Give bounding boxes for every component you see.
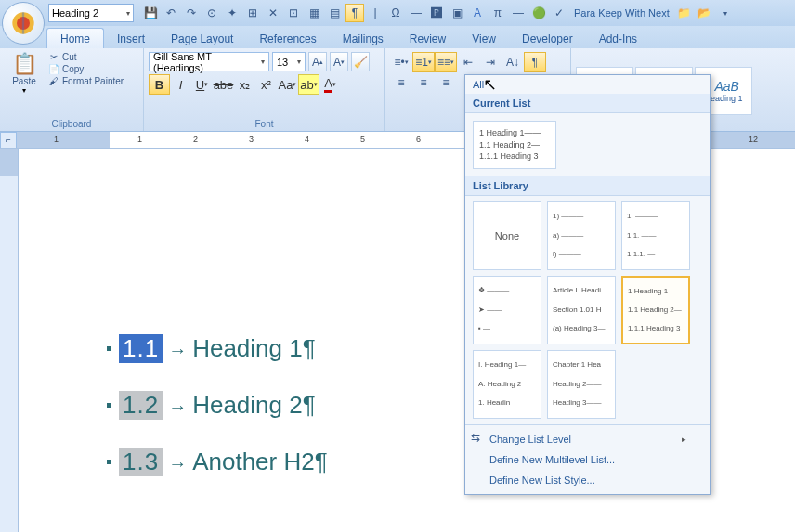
- qat-icon[interactable]: ⊙: [202, 4, 221, 22]
- list-library-item[interactable]: I. Heading 1—A. Heading 21. Headin: [473, 350, 541, 419]
- heading-text[interactable]: Heading 2: [192, 391, 303, 420]
- heading-number: 1.2: [119, 391, 163, 420]
- ribbon-tabs: Home Insert Page Layout References Maili…: [0, 26, 795, 48]
- multilevel-list-button[interactable]: ≡≡▾: [435, 52, 457, 72]
- para-keep-label[interactable]: Para Keep With Next: [574, 7, 670, 19]
- save-icon[interactable]: 💾: [141, 4, 160, 22]
- numbering-button[interactable]: ≡1▾: [412, 52, 435, 72]
- qat-icon[interactable]: ✓: [550, 4, 568, 22]
- tab-review[interactable]: Review: [397, 29, 459, 48]
- align-left-button[interactable]: ≡: [390, 72, 412, 93]
- redo-icon[interactable]: ↷: [182, 4, 201, 22]
- underline-button[interactable]: U▾: [191, 74, 213, 95]
- multilevel-list-dropdown: All Current List 1 Heading 1—— 1.1 Headi…: [464, 74, 711, 495]
- format-painter-button[interactable]: 🖌Format Painter: [47, 76, 124, 86]
- pilcrow-icon[interactable]: ¶: [345, 4, 364, 22]
- office-button[interactable]: [2, 2, 45, 45]
- qat-icon[interactable]: 📁: [675, 4, 694, 22]
- pilcrow-icon: ¶: [315, 448, 328, 476]
- qat-icon[interactable]: 🅿: [427, 4, 446, 22]
- current-list-preview[interactable]: 1 Heading 1—— 1.1 Heading 2— 1.1.1 Headi…: [473, 121, 556, 169]
- subscript-button[interactable]: x₂: [234, 74, 255, 95]
- copy-button[interactable]: 📄Copy: [47, 64, 124, 74]
- cut-button[interactable]: ✂Cut: [47, 52, 124, 62]
- tab-home[interactable]: Home: [46, 28, 104, 48]
- change-level-icon: ⇆: [471, 431, 480, 444]
- bullet-icon: [107, 403, 111, 408]
- qat-more-icon[interactable]: ▾: [716, 4, 735, 22]
- define-multilevel-link[interactable]: Define New Multilevel List...: [465, 449, 710, 470]
- vertical-ruler[interactable]: [0, 149, 19, 532]
- strike-button[interactable]: abe: [213, 74, 234, 95]
- list-library-item[interactable]: 1) ———a) ———i) ———: [547, 201, 616, 270]
- change-list-level-link[interactable]: Change List Level▸: [465, 429, 710, 449]
- pilcrow-icon: ¶: [303, 391, 316, 420]
- undo-icon[interactable]: ↶: [162, 4, 180, 22]
- tab-arrow-icon: →: [168, 396, 187, 418]
- decrease-indent-button[interactable]: ⇤: [457, 52, 479, 72]
- qat-icon[interactable]: A: [468, 4, 487, 22]
- align-right-button[interactable]: ≡: [435, 72, 457, 93]
- folder-icon[interactable]: 📂: [696, 4, 714, 22]
- tab-selector[interactable]: ⌐: [0, 132, 17, 149]
- superscript-button[interactable]: x²: [255, 74, 277, 95]
- list-library-item[interactable]: None: [473, 201, 541, 270]
- highlight-button[interactable]: ab▾: [298, 74, 319, 95]
- qat-icon[interactable]: —: [407, 4, 425, 22]
- style-combo[interactable]: Heading 2▾: [48, 4, 134, 22]
- tab-arrow-icon: →: [168, 340, 187, 361]
- qat-icon[interactable]: ▤: [325, 4, 344, 22]
- italic-button[interactable]: I: [170, 74, 191, 95]
- qat-icon[interactable]: ▣: [448, 4, 466, 22]
- tab-view[interactable]: View: [459, 29, 509, 48]
- font-size-combo[interactable]: 13▾: [272, 52, 306, 71]
- tab-page-layout[interactable]: Page Layout: [158, 29, 246, 48]
- align-center-button[interactable]: ≡: [412, 72, 435, 93]
- list-library-item[interactable]: Chapter 1 HeaHeading 2——Heading 3——: [547, 350, 616, 419]
- list-library-item[interactable]: Article I. HeadiSection 1.01 H(a) Headin…: [547, 276, 616, 344]
- tab-insert[interactable]: Insert: [104, 29, 158, 48]
- bullets-button[interactable]: ≡•▾: [390, 52, 412, 72]
- font-name-combo[interactable]: Gill Sans MT (Headings)▾: [149, 52, 269, 71]
- tab-developer[interactable]: Developer: [509, 29, 586, 48]
- change-case-button[interactable]: Aa▾: [277, 74, 298, 95]
- svg-rect-2: [22, 12, 24, 33]
- tab-mailings[interactable]: Mailings: [330, 29, 397, 48]
- heading-text[interactable]: Another H2: [192, 448, 315, 476]
- bold-button[interactable]: B: [149, 74, 170, 95]
- font-color-button[interactable]: A▾: [319, 74, 341, 95]
- tab-references[interactable]: References: [246, 29, 329, 48]
- qat-icon[interactable]: 🟢: [529, 4, 548, 22]
- qat-icon[interactable]: ▦: [305, 4, 323, 22]
- list-library-item-selected[interactable]: 1 Heading 1——1.1 Heading 2—1.1.1 Heading…: [621, 276, 690, 344]
- tab-addins[interactable]: Add-Ins: [586, 29, 650, 48]
- omega-icon[interactable]: Ω: [386, 4, 405, 22]
- grow-font-icon[interactable]: A▴: [308, 52, 327, 71]
- pilcrow-icon: ¶: [303, 334, 316, 363]
- qat-icon[interactable]: ⊞: [243, 4, 262, 22]
- group-label: Clipboard: [0, 119, 143, 129]
- shrink-font-icon[interactable]: A▾: [330, 52, 348, 71]
- qat-icon[interactable]: ⊡: [284, 4, 303, 22]
- group-label: Font: [144, 119, 384, 129]
- qat-icon[interactable]: π: [489, 4, 507, 22]
- bullet-icon: [107, 346, 111, 351]
- qat-icon[interactable]: ✕: [264, 4, 282, 22]
- dd-all-link[interactable]: All: [465, 75, 710, 94]
- show-marks-button[interactable]: ¶: [524, 52, 546, 72]
- qat-sep: |: [366, 4, 384, 22]
- qat-icon[interactable]: ✦: [223, 4, 241, 22]
- tab-arrow-icon: →: [168, 453, 187, 474]
- define-list-style-link[interactable]: Define New List Style...: [465, 470, 710, 490]
- dd-section-label: List Library: [465, 176, 710, 196]
- heading-number: 1.3: [119, 448, 163, 476]
- heading-number[interactable]: 1.1: [119, 334, 163, 363]
- clear-format-icon[interactable]: 🧹: [351, 52, 370, 71]
- qat-icon[interactable]: —: [509, 4, 528, 22]
- increase-indent-button[interactable]: ⇥: [479, 52, 502, 72]
- dd-section-label: Current List: [465, 94, 710, 113]
- list-library-item[interactable]: ❖ ———➤ ——▪ —: [473, 276, 541, 344]
- heading-text[interactable]: Heading 1: [192, 334, 303, 363]
- list-library-item[interactable]: 1. ———1.1. ——1.1.1. —: [621, 201, 690, 270]
- sort-button[interactable]: A↓: [502, 52, 524, 72]
